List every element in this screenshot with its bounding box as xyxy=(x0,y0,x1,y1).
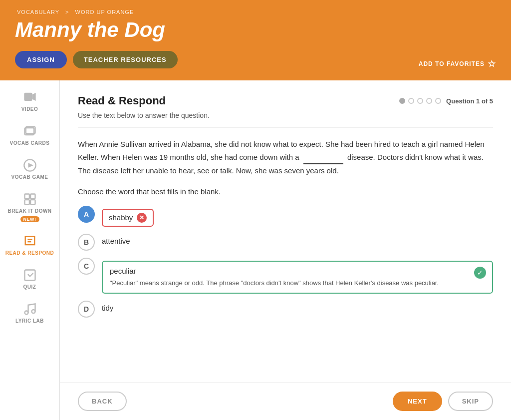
dot-5 xyxy=(435,98,441,104)
page-title: Manny the Dog xyxy=(15,18,496,42)
sidebar-item-video[interactable]: VIDEO xyxy=(0,85,59,117)
dot-2 xyxy=(408,98,414,104)
sidebar-item-quiz[interactable]: QUIZ xyxy=(0,263,59,295)
svg-point-13 xyxy=(24,311,28,315)
read-icon xyxy=(23,234,37,248)
quiz-icon xyxy=(23,268,37,282)
choice-d[interactable]: D tidy xyxy=(78,301,493,318)
svg-rect-12 xyxy=(24,270,35,281)
choice-a-text: shabby xyxy=(109,213,133,222)
star-icon: ☆ xyxy=(488,58,496,69)
lyric-icon xyxy=(23,302,37,316)
section-title: Read & Respond xyxy=(78,94,166,107)
choice-d-content: tidy xyxy=(102,301,493,313)
sidebar-label-lyric-lab: LYRIC LAB xyxy=(15,318,44,324)
choice-b-content: attentive xyxy=(102,234,493,246)
choice-letter-a[interactable]: A xyxy=(78,206,95,223)
breadcrumb: VOCABULARY > WORD UP ORANGE xyxy=(15,9,496,15)
bottom-bar: BACK NEXT SKIP xyxy=(60,382,511,420)
next-button[interactable]: NEXT xyxy=(393,392,442,411)
sidebar-item-vocab-game[interactable]: VOCAB GAME xyxy=(0,153,59,185)
sidebar-label-quiz: QUIZ xyxy=(23,284,36,290)
choice-a[interactable]: A shabby ✕ xyxy=(78,206,493,227)
choice-c-box: ✓ peculiar "Peculiar" means strange or o… xyxy=(102,261,493,294)
choice-b[interactable]: B attentive xyxy=(78,234,493,251)
main-layout: VIDEO VOCAB CARDS VOCAB GAME BREAK IT DO… xyxy=(0,80,511,420)
game-icon xyxy=(23,158,37,172)
sidebar-label-read-respond: READ & RESPOND xyxy=(5,250,54,256)
add-to-favorites-button[interactable]: ADD TO FAVORITES ☆ xyxy=(419,58,496,69)
question-progress: Question 1 of 5 xyxy=(399,97,493,105)
blank-space xyxy=(303,151,343,165)
svg-rect-0 xyxy=(24,93,32,101)
sidebar-label-video: VIDEO xyxy=(21,106,38,112)
choice-c-explanation: "Peculiar" means strange or odd. The phr… xyxy=(110,278,485,288)
svg-marker-1 xyxy=(32,93,35,101)
sidebar-item-read-respond[interactable]: READ & RESPOND xyxy=(0,229,59,261)
prompt-text: Choose the word that best fills in the b… xyxy=(78,187,493,196)
choice-c-text: peculiar xyxy=(110,267,485,275)
breadcrumb-sep: > xyxy=(65,9,69,15)
question-label: Question 1 of 5 xyxy=(446,97,493,105)
video-icon xyxy=(23,90,37,104)
sidebar-item-vocab-cards[interactable]: VOCAB CARDS xyxy=(0,119,59,151)
choice-letter-d[interactable]: D xyxy=(78,301,95,318)
new-badge: NEW! xyxy=(20,216,39,222)
correct-icon: ✓ xyxy=(474,267,486,279)
breadcrumb-vocab: VOCABULARY xyxy=(17,9,59,15)
passage-text: When Annie Sullivan arrived in Alabama, … xyxy=(78,138,493,177)
sidebar-item-break-it-down[interactable]: BREAK IT DOWN NEW! xyxy=(0,187,59,227)
sidebar-label-break-it-down: BREAK IT DOWN xyxy=(7,208,51,214)
right-buttons: NEXT SKIP xyxy=(393,392,493,411)
svg-point-14 xyxy=(31,310,35,313)
choice-a-content: shabby ✕ xyxy=(102,206,493,227)
sidebar-label-vocab-game: VOCAB GAME xyxy=(11,174,48,180)
sidebar-item-lyric-lab[interactable]: LYRIC LAB xyxy=(0,297,59,329)
svg-marker-5 xyxy=(28,163,33,167)
back-button[interactable]: BACK xyxy=(78,392,127,411)
choice-b-text: attentive xyxy=(102,237,130,245)
instruction-text: Use the text below to answer the questio… xyxy=(78,111,493,128)
cards-icon xyxy=(23,124,37,138)
svg-rect-6 xyxy=(24,194,29,199)
dot-4 xyxy=(426,98,432,104)
choice-letter-c[interactable]: C xyxy=(78,258,95,275)
choice-d-text: tidy xyxy=(102,304,113,312)
sidebar-label-vocab-cards: VOCAB CARDS xyxy=(10,140,50,146)
teacher-resources-button[interactable]: TEACHER RESOURCES xyxy=(73,51,178,68)
choice-c[interactable]: C ✓ peculiar "Peculiar" means strange or… xyxy=(78,258,493,294)
choice-c-content: ✓ peculiar "Peculiar" means strange or o… xyxy=(102,258,493,294)
dot-1 xyxy=(399,98,405,104)
skip-button[interactable]: SKIP xyxy=(448,392,493,411)
progress-dots xyxy=(399,98,441,104)
wrong-icon: ✕ xyxy=(137,213,147,223)
dot-3 xyxy=(417,98,423,104)
break-icon xyxy=(23,192,37,206)
breadcrumb-series: WORD UP ORANGE xyxy=(75,9,134,15)
svg-rect-8 xyxy=(24,200,29,204)
choice-letter-b[interactable]: B xyxy=(78,234,95,251)
choice-a-box: shabby ✕ xyxy=(102,209,154,227)
svg-rect-9 xyxy=(30,200,35,204)
section-header: Read & Respond Question 1 of 5 xyxy=(78,94,493,107)
header: VOCABULARY > WORD UP ORANGE Manny the Do… xyxy=(0,0,511,80)
sidebar: VIDEO VOCAB CARDS VOCAB GAME BREAK IT DO… xyxy=(0,80,60,420)
content-area: Read & Respond Question 1 of 5 Use the t… xyxy=(60,80,511,382)
svg-rect-7 xyxy=(30,194,35,199)
assign-button[interactable]: ASSIGN xyxy=(15,51,67,68)
add-favorites-label: ADD TO FAVORITES xyxy=(419,60,485,67)
